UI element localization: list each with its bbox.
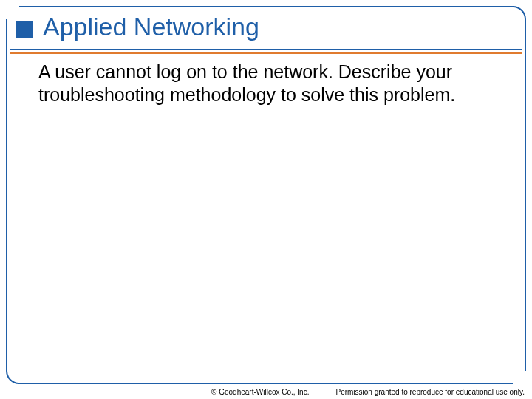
rule-blue: [10, 49, 522, 50]
title-row: Applied Networking: [16, 12, 516, 42]
slide: Applied Networking A user cannot log on …: [0, 0, 532, 399]
rule-orange: [10, 52, 522, 54]
footer-copyright: © Goodheart-Willcox Co., Inc.: [211, 388, 309, 396]
title-underline: [10, 49, 522, 54]
slide-body: A user cannot log on to the network. Des…: [38, 61, 502, 106]
corner-cut-bottom-right: [513, 371, 528, 386]
square-bullet-icon: [16, 21, 33, 38]
slide-title: Applied Networking: [43, 12, 259, 42]
footer-permission: Permission granted to reproduce for educ…: [335, 388, 525, 396]
footer: © Goodheart-Willcox Co., Inc. Permission…: [0, 388, 525, 396]
